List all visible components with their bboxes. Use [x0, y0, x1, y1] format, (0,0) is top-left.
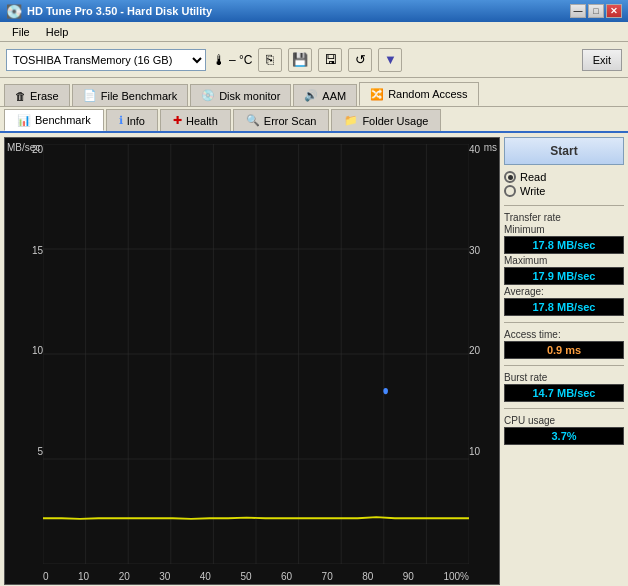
burst-rate-value: 14.7 MB/sec: [504, 384, 624, 402]
file-benchmark-icon: 📄: [83, 89, 97, 102]
drive-select[interactable]: TOSHIBA TransMemory (16 GB): [6, 49, 206, 71]
y-axis-left-ticks: 20 15 10 5: [9, 144, 43, 546]
average-value: 17.8 MB/sec: [504, 298, 624, 316]
chart-data-svg: [43, 144, 469, 564]
divider-4: [504, 408, 624, 409]
divider-2: [504, 322, 624, 323]
health-icon: ✚: [173, 114, 182, 127]
chart-canvas: [43, 144, 469, 564]
write-radio[interactable]: Write: [504, 185, 624, 197]
transfer-rate-section: Transfer rate Minimum 17.8 MB/sec Maximu…: [504, 212, 624, 316]
folder-usage-icon: 📁: [344, 114, 358, 127]
info-icon: ℹ: [119, 114, 123, 127]
maximize-button[interactable]: □: [588, 4, 604, 18]
divider-1: [504, 205, 624, 206]
tab-benchmark[interactable]: 📊 Benchmark: [4, 109, 104, 131]
exit-button[interactable]: Exit: [582, 49, 622, 71]
title-bar-buttons: — □ ✕: [570, 4, 622, 18]
chart-wrapper: 20 15 10 5 40 30 20 10: [43, 144, 469, 564]
title-bar: 💽 HD Tune Pro 3.50 - Hard Disk Utility —…: [0, 0, 628, 22]
copy-icon[interactable]: ⎘: [258, 48, 282, 72]
save2-icon[interactable]: 🖫: [318, 48, 342, 72]
access-time-value: 0.9 ms: [504, 341, 624, 359]
error-scan-icon: 🔍: [246, 114, 260, 127]
save-icon[interactable]: 💾: [288, 48, 312, 72]
write-radio-dot[interactable]: [504, 185, 516, 197]
benchmark-icon: 📊: [17, 114, 31, 127]
divider-3: [504, 365, 624, 366]
menu-bar: File Help: [0, 22, 628, 42]
minimum-label: Minimum: [504, 224, 624, 235]
start-button[interactable]: Start: [504, 137, 624, 165]
close-button[interactable]: ✕: [606, 4, 622, 18]
temperature-value: – °C: [229, 53, 252, 67]
tab-health[interactable]: ✚ Health: [160, 109, 231, 131]
tab-erase[interactable]: 🗑 Erase: [4, 84, 70, 106]
main-tabs: 🗑 Erase 📄 File Benchmark 💿 Disk monitor …: [0, 78, 628, 107]
minimize-button[interactable]: —: [570, 4, 586, 18]
cpu-usage-section: CPU usage 3.7%: [504, 415, 624, 445]
svg-point-16: [383, 388, 388, 394]
main-content: MB/sec ms 20 15 10 5 40 30 20 10: [0, 133, 628, 586]
minimum-value: 17.8 MB/sec: [504, 236, 624, 254]
menu-help[interactable]: Help: [38, 24, 77, 40]
maximum-label: Maximum: [504, 255, 624, 266]
transfer-rate-label: Transfer rate: [504, 212, 624, 223]
thermometer-icon: 🌡: [212, 52, 226, 68]
radio-group: Read Write: [504, 169, 624, 199]
chart-area: MB/sec ms 20 15 10 5 40 30 20 10: [4, 137, 500, 585]
tab-error-scan[interactable]: 🔍 Error Scan: [233, 109, 330, 131]
window-title: HD Tune Pro 3.50 - Hard Disk Utility: [27, 5, 212, 17]
tab-file-benchmark[interactable]: 📄 File Benchmark: [72, 84, 188, 106]
burst-rate-label: Burst rate: [504, 372, 624, 383]
disk-monitor-icon: 💿: [201, 89, 215, 102]
tab-random-access[interactable]: 🔀 Random Access: [359, 82, 478, 106]
average-label: Average:: [504, 286, 624, 297]
maximum-value: 17.9 MB/sec: [504, 267, 624, 285]
tab-disk-monitor[interactable]: 💿 Disk monitor: [190, 84, 291, 106]
tab-info[interactable]: ℹ Info: [106, 109, 158, 131]
x-axis-ticks: 0 10 20 30 40 50 60 70 80 90 100%: [43, 571, 469, 582]
random-access-icon: 🔀: [370, 88, 384, 101]
erase-icon: 🗑: [15, 90, 26, 102]
burst-rate-section: Burst rate 14.7 MB/sec: [504, 372, 624, 402]
temperature-display: 🌡 – °C: [212, 52, 252, 68]
aam-icon: 🔊: [304, 89, 318, 102]
menu-file[interactable]: File: [4, 24, 38, 40]
access-time-section: Access time: 0.9 ms: [504, 329, 624, 359]
toolbar: TOSHIBA TransMemory (16 GB) 🌡 – °C ⎘ 💾 🖫…: [0, 42, 628, 78]
tab-aam[interactable]: 🔊 AAM: [293, 84, 357, 106]
tab-folder-usage[interactable]: 📁 Folder Usage: [331, 109, 441, 131]
read-radio[interactable]: Read: [504, 171, 624, 183]
access-time-label: Access time:: [504, 329, 624, 340]
refresh-icon[interactable]: ↺: [348, 48, 372, 72]
title-bar-left: 💽 HD Tune Pro 3.50 - Hard Disk Utility: [6, 4, 212, 19]
read-radio-dot[interactable]: [504, 171, 516, 183]
app-icon: 💽: [6, 4, 22, 19]
right-panel: Start Read Write Transfer rate Minimum 1…: [504, 137, 624, 585]
cpu-usage-value: 3.7%: [504, 427, 624, 445]
cpu-usage-label: CPU usage: [504, 415, 624, 426]
down-arrow-icon[interactable]: ▼: [378, 48, 402, 72]
y-axis-right-ticks: 40 30 20 10: [469, 144, 491, 546]
sub-tabs: 📊 Benchmark ℹ Info ✚ Health 🔍 Error Scan…: [0, 107, 628, 133]
